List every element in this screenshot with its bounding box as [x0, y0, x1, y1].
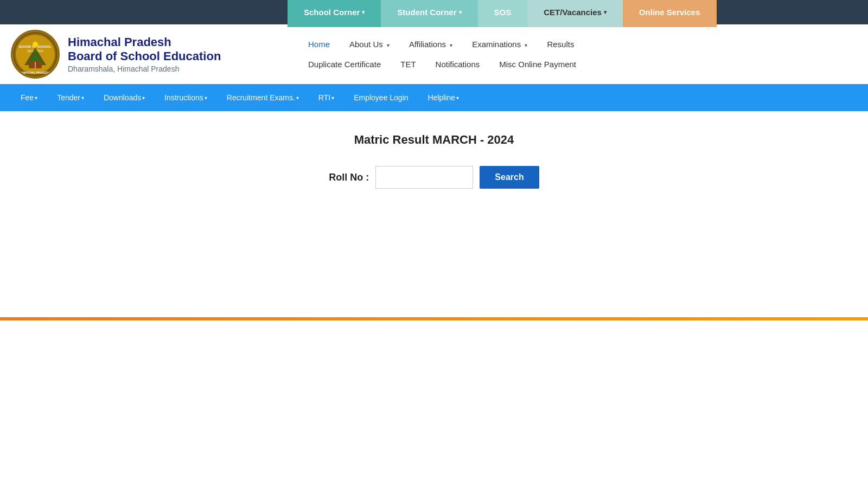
blue-nav-employee-login[interactable]: Employee Login	[344, 84, 418, 111]
chevron-down-icon: ▾	[525, 42, 527, 48]
blue-nav-downloads[interactable]: Downloads ▾	[94, 84, 155, 111]
search-button[interactable]: Search	[480, 166, 539, 189]
footer-area	[0, 320, 868, 440]
svg-point-8	[33, 42, 38, 47]
org-name-line2: Board of School Education	[68, 49, 221, 63]
chevron-down-icon: ▾	[81, 95, 84, 101]
top-nav-school-corner[interactable]: School Corner ▾	[288, 0, 381, 27]
nav-results[interactable]: Results	[537, 35, 584, 53]
top-nav-sos[interactable]: SOS	[478, 0, 528, 27]
blue-nav: Fee ▾ Tender ▾ Downloads ▾ Instructions …	[0, 84, 868, 111]
chevron-down-icon: ▾	[604, 9, 607, 15]
top-bar: School Corner ▾Student Corner ▾SOSCET/Va…	[0, 0, 868, 24]
chevron-down-icon: ▾	[456, 95, 459, 101]
blue-nav-fee[interactable]: Fee ▾	[11, 84, 47, 111]
nav-tet[interactable]: TET	[391, 55, 425, 73]
header: BOARD OF SCHOOL EDUCATION HIMACHAL PRADE…	[0, 24, 868, 84]
chevron-down-icon: ▾	[387, 42, 390, 48]
logo: BOARD OF SCHOOL EDUCATION HIMACHAL PRADE…	[11, 30, 60, 79]
nav-affiliations[interactable]: Affiliations ▾	[399, 35, 462, 53]
blue-nav-tender[interactable]: Tender ▾	[47, 84, 94, 111]
chevron-down-icon: ▾	[362, 9, 365, 15]
top-nav: School Corner ▾Student Corner ▾SOSCET/Va…	[288, 0, 717, 27]
chevron-down-icon: ▾	[450, 42, 452, 48]
nav-home[interactable]: Home	[298, 35, 340, 53]
roll-no-input[interactable]	[375, 166, 473, 189]
chevron-down-icon: ▾	[35, 95, 37, 101]
nav-notifications[interactable]: Notifications	[426, 55, 490, 73]
svg-text:HIMACHAL PRADESH: HIMACHAL PRADESH	[21, 71, 50, 74]
roll-label: Roll No :	[329, 172, 369, 183]
logo-area: BOARD OF SCHOOL EDUCATION HIMACHAL PRADE…	[11, 30, 293, 79]
blue-nav-recruitment[interactable]: Recruitment Exams. ▾	[217, 84, 309, 111]
main-nav-row1: Home About Us ▾ Affiliations ▾ Examinati…	[298, 35, 852, 53]
nav-about[interactable]: About Us ▾	[340, 35, 399, 53]
org-location: Dharamshala, Himachal Pradesh	[68, 65, 221, 73]
chevron-down-icon: ▾	[459, 9, 462, 15]
chevron-down-icon: ▾	[142, 95, 145, 101]
chevron-down-icon: ▾	[331, 95, 334, 101]
chevron-down-icon: ▾	[205, 95, 207, 101]
main-content: Matric Result MARCH - 2024 Roll No : Sea…	[0, 111, 868, 274]
blue-nav-instructions[interactable]: Instructions ▾	[155, 84, 217, 111]
org-name-line1: Himachal Pradesh	[68, 35, 221, 49]
nav-examinations[interactable]: Examinations ▾	[462, 35, 537, 53]
top-nav-cet[interactable]: CET/Vacancies ▾	[527, 0, 623, 27]
top-nav-student-corner[interactable]: Student Corner ▾	[381, 0, 477, 27]
chevron-down-icon: ▾	[296, 95, 299, 101]
org-name: Himachal Pradesh Board of School Educati…	[68, 35, 221, 74]
blue-nav-helpline[interactable]: Helpline ▾	[418, 84, 469, 111]
search-form: Roll No : Search	[11, 166, 857, 189]
nav-misc-payment[interactable]: Misc Online Payment	[489, 55, 586, 73]
main-nav-row2: Duplicate Certificate TET Notifications …	[298, 55, 852, 73]
top-nav-online-services[interactable]: Online Services	[623, 0, 717, 27]
main-nav: Home About Us ▾ Affiliations ▾ Examinati…	[293, 35, 857, 73]
nav-duplicate-cert[interactable]: Duplicate Certificate	[298, 55, 391, 73]
page-title: Matric Result MARCH - 2024	[11, 133, 857, 147]
blue-nav-rti[interactable]: RTI ▾	[309, 84, 344, 111]
